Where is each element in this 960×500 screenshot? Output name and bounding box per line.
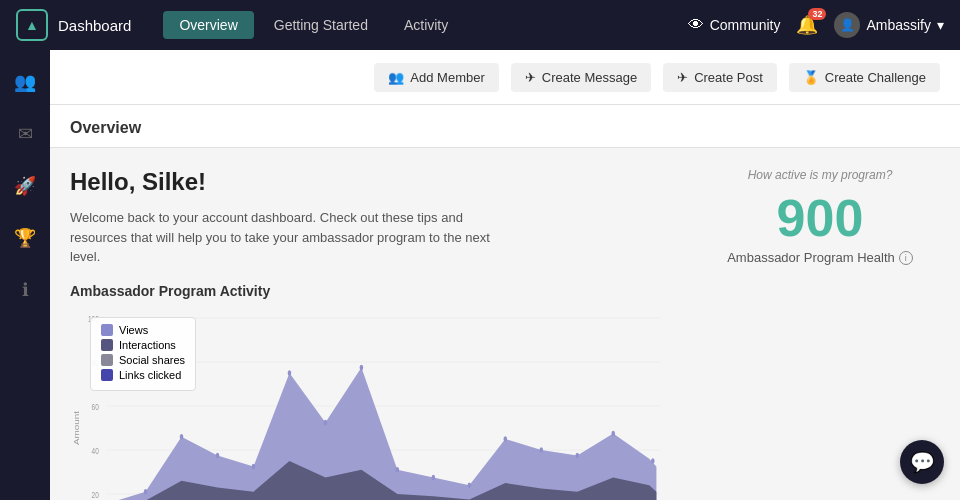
chart-title: Ambassador Program Activity	[70, 283, 660, 299]
sidebar-item-challenges[interactable]: 🏆	[9, 222, 41, 254]
health-score: 900	[777, 192, 864, 244]
legend-item-interactions: Interactions	[101, 339, 185, 351]
overview-title: Overview	[70, 119, 141, 137]
svg-text:Amount: Amount	[72, 410, 80, 445]
info-circle-icon[interactable]: i	[899, 251, 913, 265]
left-content: Hello, Silke! Welcome back to your accou…	[50, 148, 680, 500]
top-nav: ▲ Dashboard Overview Getting Started Act…	[0, 0, 960, 50]
svg-point-36	[396, 467, 400, 473]
nav-right: 👁 Community 🔔 32 👤 Ambassify ▾	[688, 12, 944, 38]
legend-item-social: Social shares	[101, 354, 185, 366]
eye-icon: 👁	[688, 16, 704, 34]
add-member-label: Add Member	[410, 70, 484, 85]
user-name: Ambassify	[866, 17, 931, 33]
svg-point-29	[144, 489, 148, 495]
svg-point-38	[468, 482, 472, 488]
tab-overview[interactable]: Overview	[163, 11, 253, 39]
svg-point-30	[180, 434, 184, 440]
tab-activity[interactable]: Activity	[388, 11, 464, 39]
add-member-icon: 👥	[388, 70, 404, 85]
chart-section: Ambassador Program Activity Views Intera…	[70, 283, 660, 501]
sidebar: 👥 ✉ 🚀 🏆 ℹ	[0, 50, 50, 500]
svg-point-42	[611, 430, 615, 436]
welcome-text: Welcome back to your account dashboard. …	[70, 208, 490, 267]
tab-getting-started[interactable]: Getting Started	[258, 11, 384, 39]
create-message-button[interactable]: ✈ Create Message	[511, 63, 651, 92]
logo-icon: ▲	[16, 9, 48, 41]
legend-label-links: Links clicked	[119, 369, 181, 381]
action-bar: 👥 Add Member ✈ Create Message ✈ Create P…	[50, 50, 960, 105]
svg-point-35	[360, 364, 364, 370]
legend-item-views: Views	[101, 324, 185, 336]
health-label: Ambassador Program Health i	[727, 250, 913, 265]
svg-text:60: 60	[92, 400, 99, 412]
overview-panel: Overview	[50, 105, 960, 148]
create-message-icon: ✈	[525, 70, 536, 85]
sidebar-item-info[interactable]: ℹ	[9, 274, 41, 306]
legend-color-social	[101, 354, 113, 366]
svg-point-31	[216, 452, 220, 458]
how-active-label: How active is my program?	[748, 168, 893, 182]
greeting: Hello, Silke!	[70, 168, 660, 196]
chart-container: Views Interactions Social shares	[70, 307, 660, 501]
svg-point-43	[651, 458, 655, 464]
svg-point-34	[324, 419, 328, 425]
add-member-button[interactable]: 👥 Add Member	[374, 63, 498, 92]
chevron-down-icon: ▾	[937, 17, 944, 33]
content-area: 👥 Add Member ✈ Create Message ✈ Create P…	[50, 50, 960, 500]
nav-tabs: Overview Getting Started Activity	[163, 11, 675, 39]
logo-area: ▲ Dashboard	[16, 9, 131, 41]
main-content: Hello, Silke! Welcome back to your accou…	[50, 148, 960, 500]
main-layout: 👥 ✉ 🚀 🏆 ℹ 👥 Add Member ✈ Create Message …	[0, 50, 960, 500]
health-label-text: Ambassador Program Health	[727, 250, 895, 265]
svg-point-39	[504, 436, 508, 442]
sidebar-item-people[interactable]: 👥	[9, 66, 41, 98]
svg-text:40: 40	[92, 444, 99, 456]
create-post-icon: ✈	[677, 70, 688, 85]
legend-label-interactions: Interactions	[119, 339, 176, 351]
notifications-button[interactable]: 🔔 32	[796, 14, 818, 36]
legend-color-interactions	[101, 339, 113, 351]
svg-point-40	[539, 447, 543, 453]
legend-label-social: Social shares	[119, 354, 185, 366]
svg-point-37	[432, 474, 436, 480]
sidebar-item-campaigns[interactable]: 🚀	[9, 170, 41, 202]
svg-point-32	[252, 463, 256, 469]
chart-legend: Views Interactions Social shares	[90, 317, 196, 391]
create-challenge-button[interactable]: 🏅 Create Challenge	[789, 63, 940, 92]
community-button[interactable]: 👁 Community	[688, 16, 781, 34]
chat-bubble-button[interactable]: 💬	[900, 440, 944, 484]
legend-item-links: Links clicked	[101, 369, 185, 381]
chat-icon: 💬	[910, 450, 935, 474]
user-menu-button[interactable]: 👤 Ambassify ▾	[834, 12, 944, 38]
svg-text:20: 20	[92, 488, 99, 500]
create-message-label: Create Message	[542, 70, 637, 85]
create-post-button[interactable]: ✈ Create Post	[663, 63, 777, 92]
legend-label-views: Views	[119, 324, 148, 336]
community-label: Community	[710, 17, 781, 33]
create-post-label: Create Post	[694, 70, 763, 85]
avatar: 👤	[834, 12, 860, 38]
legend-color-links	[101, 369, 113, 381]
create-challenge-label: Create Challenge	[825, 70, 926, 85]
legend-color-views	[101, 324, 113, 336]
create-challenge-icon: 🏅	[803, 70, 819, 85]
svg-point-41	[575, 452, 579, 458]
dashboard-label: Dashboard	[58, 17, 131, 34]
sidebar-item-messages[interactable]: ✉	[9, 118, 41, 150]
svg-point-33	[288, 370, 292, 376]
notification-badge: 32	[808, 8, 826, 20]
